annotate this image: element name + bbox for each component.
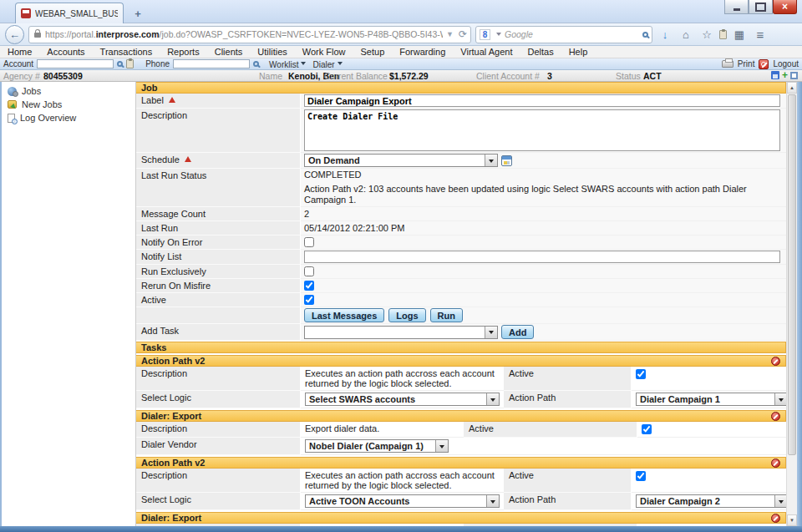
scrollbar-thumb[interactable] — [788, 94, 796, 455]
logs-button[interactable]: Logs — [388, 308, 425, 322]
save-view-icon[interactable] — [771, 71, 779, 79]
notify-list-input[interactable] — [304, 251, 780, 263]
menu-item-accounts[interactable]: Accounts — [39, 47, 92, 57]
menu-item-virtual-agent[interactable]: Virtual Agent — [453, 47, 520, 57]
url-dropdown-icon[interactable]: ▼ — [446, 30, 454, 38]
action-path-select[interactable]: Dialer Campaign 2 — [636, 494, 788, 508]
balance-value: $1,572.29 — [389, 71, 429, 81]
task-card: Action Path v2 Description Executes an a… — [136, 457, 786, 510]
download-icon[interactable]: ↓ — [657, 28, 673, 41]
dialer-vendor-label: Dialer Vendor — [136, 438, 301, 455]
dialer-dropdown[interactable]: Dialer — [312, 59, 342, 69]
description-textarea[interactable]: Create Dialer File — [304, 109, 780, 151]
sidebar-item-log-overview[interactable]: Log Overview — [2, 111, 135, 124]
search-input[interactable]: Google — [505, 29, 639, 39]
empty-label-cell — [136, 307, 301, 324]
add-icon[interactable]: + — [782, 71, 788, 79]
add-task-select[interactable] — [304, 326, 498, 339]
phone-input[interactable] — [173, 59, 250, 68]
menu-item-setup[interactable]: Setup — [353, 47, 393, 57]
reload-icon[interactable]: ⟳ — [459, 28, 467, 40]
url-bar[interactable]: https://portal.interprose.com/job.do?OWA… — [28, 26, 471, 43]
search-box[interactable]: 8 Google — [475, 26, 652, 43]
last-run-status-label: Last Run Status — [136, 169, 301, 207]
print-button[interactable]: Print — [738, 59, 755, 68]
status-label: Status — [616, 71, 641, 81]
delete-task-icon[interactable] — [771, 412, 780, 421]
select-logic-select[interactable]: Active TOON Accounts — [305, 494, 500, 508]
dialer-vendor-select[interactable]: Nobel Dialer (Campaign 1) — [305, 439, 449, 453]
sidebar-item-jobs[interactable]: Jobs — [2, 84, 135, 98]
search-engine-caret-icon[interactable] — [496, 33, 501, 38]
worklist-dropdown[interactable]: Worklist — [269, 59, 306, 69]
search-engine-icon[interactable]: 8 — [480, 29, 490, 40]
menu-item-forwarding[interactable]: Forwarding — [392, 47, 453, 57]
account-search-icon[interactable] — [117, 61, 123, 67]
task-active-checkbox[interactable] — [636, 369, 646, 379]
delete-task-icon[interactable] — [771, 357, 780, 366]
menu-item-transactions[interactable]: Transactions — [93, 47, 160, 57]
browser-navbar: ← https://portal.interprose.com/job.do?O… — [0, 23, 802, 46]
menu-item-utilities[interactable]: Utilities — [250, 47, 294, 57]
agency-label: Agency # — [3, 71, 40, 81]
label-input[interactable] — [304, 94, 780, 107]
active-checkbox[interactable] — [304, 295, 314, 305]
run-button[interactable]: Run — [430, 308, 463, 322]
menu-item-deltas[interactable]: Deltas — [520, 47, 561, 57]
schedule-calendar-icon[interactable] — [501, 155, 512, 166]
logout-button[interactable]: Logout — [773, 59, 799, 68]
notify-on-error-label: Notify On Error — [136, 236, 301, 250]
select-logic-select[interactable]: Select SWARS accounts — [305, 393, 500, 406]
menu-item-workflow[interactable]: Work Flow — [295, 47, 353, 57]
close-button[interactable]: × — [773, 0, 797, 14]
run-exclusively-label: Run Exclusively — [136, 265, 301, 279]
last-messages-button[interactable]: Last Messages — [304, 308, 384, 322]
select-arrow-icon — [435, 440, 448, 452]
notify-on-error-checkbox[interactable] — [304, 237, 314, 247]
scroll-up-icon[interactable]: ▲ — [787, 82, 797, 94]
sidebar-item-label: Log Overview — [20, 113, 76, 123]
account-input[interactable] — [37, 59, 114, 68]
last-run-status-value: COMPLETED — [304, 170, 361, 180]
message-count-label: Message Count — [136, 207, 301, 221]
vertical-scrollbar[interactable]: ▲ ▼ — [786, 82, 797, 526]
menu-item-help[interactable]: Help — [561, 47, 596, 57]
menu-item-home[interactable]: Home — [0, 47, 39, 57]
phone-search-icon[interactable] — [253, 61, 259, 67]
print-icon — [722, 60, 733, 68]
maximize-button[interactable] — [749, 0, 773, 14]
add-task-button[interactable]: Add — [501, 325, 534, 339]
bookmark-star-icon[interactable]: ☆ — [698, 28, 715, 41]
home-icon[interactable]: ⌂ — [678, 28, 694, 41]
back-button[interactable]: ← — [5, 25, 24, 44]
task-description-label: Description — [136, 422, 301, 438]
scroll-down-icon[interactable]: ▼ — [787, 514, 797, 526]
action-path-select[interactable]: Dialer Campaign 1 — [636, 393, 788, 406]
menu-item-clients[interactable]: Clients — [207, 47, 251, 57]
menu-icon[interactable]: ≡ — [752, 28, 769, 42]
schedule-select[interactable]: On Demand — [304, 154, 498, 167]
task-active-checkbox[interactable] — [642, 424, 652, 434]
minimize-button[interactable] — [724, 0, 749, 14]
rerun-on-misfire-label: Rerun On Misfire — [136, 279, 301, 293]
search-icon[interactable] — [642, 32, 648, 38]
run-exclusively-checkbox[interactable] — [304, 266, 314, 276]
apps-grid-icon[interactable]: ▦ — [731, 28, 748, 41]
task-description-value: Export dialer data. — [301, 422, 464, 438]
menu-item-reports[interactable]: Reports — [160, 47, 207, 57]
restore-window-icon[interactable] — [790, 72, 798, 79]
rerun-on-misfire-checkbox[interactable] — [304, 281, 314, 291]
new-tab-button[interactable]: + — [128, 7, 148, 22]
sidebar-item-new-jobs[interactable]: New Jobs — [2, 98, 135, 111]
delete-task-icon[interactable] — [771, 514, 780, 523]
account-paste-icon[interactable] — [126, 59, 134, 68]
last-run-status-detail: Action Path v2: 103 accounts have been u… — [304, 184, 783, 205]
bookmarks-sidebar-icon[interactable] — [719, 30, 727, 39]
worklist-caret-icon — [301, 62, 306, 68]
quick-toolbar: Account Phone Worklist Dialer Print Logo… — [0, 58, 802, 70]
tasks-section-header: Tasks — [136, 342, 786, 353]
browser-tab[interactable]: WEBAR_SMALL_BUSINESS_DE... — [15, 3, 124, 23]
task-active-checkbox[interactable] — [636, 471, 646, 481]
delete-task-icon[interactable] — [771, 459, 780, 468]
agency-value: 80455309 — [43, 71, 83, 81]
